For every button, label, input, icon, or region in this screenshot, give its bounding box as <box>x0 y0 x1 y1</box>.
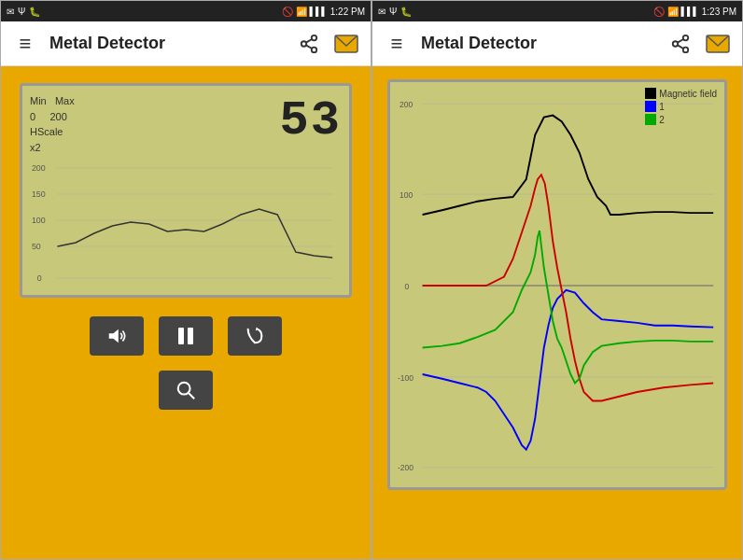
left-share-button[interactable] <box>296 31 322 57</box>
svg-line-4 <box>306 38 312 42</box>
right-app-bar: ≡ Metal Detector <box>372 21 742 66</box>
legend-1: 1 <box>645 101 717 112</box>
legend-magnetic: Magnetic field <box>645 88 717 99</box>
svg-rect-17 <box>178 328 184 344</box>
left-mail-button[interactable] <box>333 31 359 57</box>
r-mail-icon <box>706 35 730 53</box>
hscale-value: x2 <box>30 142 41 153</box>
svg-text:200: 200 <box>400 100 414 109</box>
r-no-sound-icon: 🚫 <box>653 7 665 17</box>
svg-point-2 <box>312 47 317 51</box>
svg-text:-200: -200 <box>398 463 414 472</box>
svg-point-0 <box>312 35 317 40</box>
svg-text:0: 0 <box>405 282 410 291</box>
right-status-bar: ✉ Ψ 🐛 🚫 📶 ▌▌▌ 1:23 PM <box>372 1 742 21</box>
legend-blue-swatch <box>645 101 656 112</box>
right-app-title: Metal Detector <box>421 34 656 53</box>
chart-legend: Magnetic field 1 2 <box>645 88 717 125</box>
legend-1-label: 1 <box>659 102 665 112</box>
right-status-right: 🚫 📶 ▌▌▌ 1:23 PM <box>653 7 736 17</box>
legend-green-swatch <box>645 114 656 125</box>
left-app-bar: ≡ Metal Detector <box>1 21 371 66</box>
signal-icon: ▌▌▌ <box>310 7 328 16</box>
r-signal-icon: ▌▌▌ <box>681 7 699 16</box>
svg-line-20 <box>189 393 194 399</box>
svg-point-22 <box>673 41 679 47</box>
right-menu-button[interactable]: ≡ <box>384 31 410 57</box>
pause-icon <box>176 326 195 346</box>
r-hamburger-icon: ≡ <box>391 32 403 56</box>
legend-2-label: 2 <box>659 115 665 125</box>
search-icon <box>175 380 196 400</box>
r-wifi-icon: 📶 <box>667 7 679 17</box>
mail-icon <box>334 35 358 53</box>
svg-line-3 <box>306 45 312 49</box>
pause-button[interactable] <box>159 316 213 356</box>
reading-value: 53 <box>280 93 342 148</box>
screen-meta: Min Max 0 200 HScale x2 <box>30 93 75 155</box>
search-button[interactable] <box>159 371 213 410</box>
r-envelope-icon: ✉ <box>378 7 386 17</box>
svg-text:150: 150 <box>32 189 46 199</box>
time-display: 1:22 PM <box>330 7 365 17</box>
hamburger-icon: ≡ <box>20 32 32 56</box>
r-bug-icon: 🐛 <box>400 7 412 17</box>
svg-marker-16 <box>109 329 119 343</box>
svg-text:200: 200 <box>32 163 46 173</box>
legend-2: 2 <box>645 114 717 125</box>
reset-button[interactable] <box>228 316 282 356</box>
r-usb-icon: Ψ <box>389 7 397 17</box>
svg-rect-18 <box>188 328 193 344</box>
left-app-title: Metal Detector <box>49 34 285 53</box>
left-screen: Min Max 0 200 HScale x2 53 <box>20 83 352 298</box>
envelope-icon: ✉ <box>7 7 14 17</box>
right-phone-body: Magnetic field 1 2 <box>372 66 742 559</box>
right-screen: Magnetic field 1 2 <box>387 79 727 490</box>
svg-point-1 <box>301 41 307 47</box>
reset-icon <box>245 326 265 346</box>
wifi-icon: 📶 <box>296 7 307 17</box>
svg-text:100: 100 <box>32 216 46 225</box>
usb-icon: Ψ <box>18 7 25 17</box>
svg-text:-100: -100 <box>398 373 414 383</box>
bug-icon: 🐛 <box>29 7 40 17</box>
left-status-right: 🚫 📶 ▌▌▌ 1:22 PM <box>282 7 365 17</box>
sound-button[interactable] <box>90 316 144 356</box>
right-phone-panel: ✉ Ψ 🐛 🚫 📶 ▌▌▌ 1:23 PM ≡ Metal Detector <box>372 0 743 560</box>
hscale-label: HScale <box>30 126 63 137</box>
min-value: 0 <box>30 111 35 122</box>
left-chart: 200 150 100 50 0 <box>30 159 342 293</box>
left-phone-panel: ✉ Ψ 🐛 🚫 📶 ▌▌▌ 1:22 PM ≡ Metal Detector <box>0 0 372 560</box>
right-share-button[interactable] <box>667 31 694 57</box>
right-status-icons: ✉ Ψ 🐛 <box>378 7 412 17</box>
left-chart-svg: 200 150 100 50 0 <box>30 159 342 289</box>
svg-text:0: 0 <box>37 273 42 283</box>
right-chart-svg: 200 100 0 -100 -200 <box>398 90 717 482</box>
svg-text:100: 100 <box>400 190 414 200</box>
left-phone-body: Min Max 0 200 HScale x2 53 <box>1 66 371 559</box>
left-menu-button[interactable]: ≡ <box>12 31 38 57</box>
svg-point-19 <box>178 383 190 395</box>
max-value: 200 <box>49 111 66 122</box>
legend-black-swatch <box>645 88 656 99</box>
svg-line-24 <box>678 45 683 49</box>
svg-point-23 <box>683 47 689 51</box>
control-buttons-row <box>90 316 282 356</box>
left-status-icons: ✉ Ψ 🐛 <box>7 7 40 17</box>
share-icon <box>299 34 319 54</box>
sound-icon <box>106 326 127 346</box>
max-label: Max <box>55 95 75 106</box>
left-status-bar: ✉ Ψ 🐛 🚫 📶 ▌▌▌ 1:22 PM <box>1 1 371 21</box>
right-mail-button[interactable] <box>705 31 731 57</box>
svg-line-25 <box>678 38 683 42</box>
r-time-display: 1:23 PM <box>702 7 736 17</box>
r-share-icon <box>670 34 691 54</box>
search-row <box>159 371 213 410</box>
legend-magnetic-label: Magnetic field <box>659 89 717 99</box>
svg-text:50: 50 <box>32 242 41 251</box>
min-label: Min <box>30 95 47 106</box>
screen-info: Min Max 0 200 HScale x2 53 <box>30 93 342 155</box>
svg-point-21 <box>683 35 689 40</box>
no-sound-icon: 🚫 <box>282 7 293 17</box>
